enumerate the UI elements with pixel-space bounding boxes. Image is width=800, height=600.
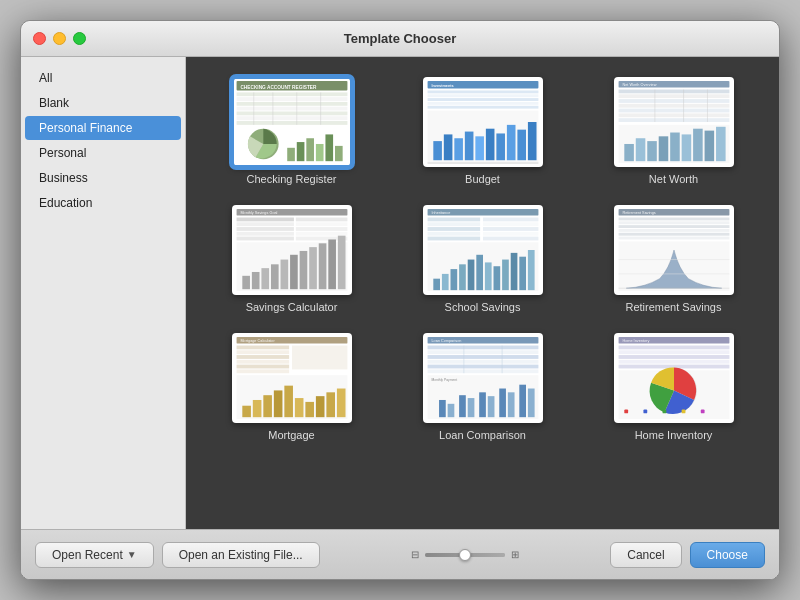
svg-rect-106 <box>459 264 466 290</box>
svg-rect-134 <box>236 355 289 359</box>
template-savings-calculator[interactable]: Monthly Savings Goal <box>206 205 377 313</box>
template-label-net-worth: Net Worth <box>649 173 698 185</box>
template-thumb-retirement-savings[interactable]: Retirement Savings <box>614 205 734 295</box>
svg-rect-63 <box>716 127 726 161</box>
svg-rect-70 <box>295 222 347 226</box>
template-thumb-mortgage[interactable]: Mortgage Calculator <box>232 333 352 423</box>
svg-rect-144 <box>294 398 303 417</box>
template-retirement-savings[interactable]: Retirement Savings <box>588 205 759 313</box>
close-button[interactable] <box>33 32 46 45</box>
open-existing-button[interactable]: Open an Existing File... <box>162 542 320 568</box>
svg-rect-31 <box>443 134 452 160</box>
window-title: Template Chooser <box>344 31 456 46</box>
svg-rect-108 <box>476 255 483 290</box>
svg-rect-59 <box>670 133 680 162</box>
sidebar-item-blank[interactable]: Blank <box>25 91 181 115</box>
svg-rect-88 <box>337 236 345 290</box>
svg-rect-6 <box>236 107 347 111</box>
template-label-checking-register: Checking Register <box>247 173 337 185</box>
template-home-inventory[interactable]: Home Inventory <box>588 333 759 441</box>
zoom-handle[interactable] <box>459 549 471 561</box>
svg-rect-45 <box>618 94 729 98</box>
sidebar-item-personal[interactable]: Personal <box>25 141 181 165</box>
svg-rect-154 <box>427 355 538 359</box>
template-thumb-savings-calculator[interactable]: Monthly Savings Goal <box>232 205 352 295</box>
svg-rect-135 <box>236 360 289 364</box>
svg-rect-25 <box>427 94 538 97</box>
svg-rect-99 <box>483 232 538 236</box>
svg-rect-83 <box>290 255 298 289</box>
svg-rect-136 <box>236 365 289 369</box>
svg-rect-81 <box>270 264 278 289</box>
choose-label: Choose <box>707 548 748 562</box>
svg-rect-68 <box>295 218 347 222</box>
svg-rect-50 <box>618 118 729 122</box>
svg-rect-175 <box>618 346 729 350</box>
svg-rect-143 <box>284 386 293 418</box>
svg-rect-87 <box>328 239 336 289</box>
svg-rect-3 <box>236 92 347 96</box>
svg-rect-104 <box>441 274 448 290</box>
template-loan-comparison[interactable]: Loan Comparison Monthly Payment <box>397 333 568 441</box>
svg-rect-162 <box>439 400 446 417</box>
sidebar-item-education[interactable]: Education <box>25 191 181 215</box>
svg-rect-177 <box>618 355 729 359</box>
open-recent-label: Open Recent <box>52 548 123 562</box>
template-budget[interactable]: Investments <box>397 77 568 185</box>
svg-rect-92 <box>427 218 480 222</box>
template-thumb-checking-register[interactable]: CHECKING ACCOUNT REGISTER <box>232 77 352 167</box>
svg-rect-142 <box>273 390 282 417</box>
svg-rect-145 <box>305 402 314 417</box>
svg-rect-146 <box>315 396 324 417</box>
template-thumb-loan-comparison[interactable]: Loan Comparison Monthly Payment <box>423 333 543 423</box>
template-label-loan-comparison: Loan Comparison <box>439 429 526 441</box>
footer: Open Recent ▼ Open an Existing File... ⊟… <box>21 529 779 579</box>
svg-rect-57 <box>647 141 657 161</box>
sidebar-item-business[interactable]: Business <box>25 166 181 190</box>
sidebar-item-personal-finance[interactable]: Personal Finance <box>25 116 181 140</box>
svg-rect-30 <box>433 141 442 160</box>
sidebar-item-all[interactable]: All <box>25 66 181 90</box>
template-thumb-home-inventory[interactable]: Home Inventory <box>614 333 734 423</box>
maximize-button[interactable] <box>73 32 86 45</box>
template-thumb-net-worth[interactable]: Net Worth Overview <box>614 77 734 167</box>
dropdown-arrow-icon: ▼ <box>127 549 137 560</box>
svg-rect-164 <box>459 395 466 417</box>
zoom-slider[interactable] <box>425 553 505 557</box>
svg-rect-109 <box>484 262 491 290</box>
svg-rect-62 <box>704 131 714 162</box>
template-label-retirement-savings: Retirement Savings <box>626 301 722 313</box>
svg-rect-96 <box>427 227 480 231</box>
template-net-worth[interactable]: Net Worth Overview <box>588 77 759 185</box>
choose-button[interactable]: Choose <box>690 542 765 568</box>
svg-text:Mortgage Calculator: Mortgage Calculator <box>240 339 275 343</box>
cancel-button[interactable]: Cancel <box>610 542 681 568</box>
svg-rect-133 <box>236 350 289 354</box>
svg-rect-9 <box>236 121 347 125</box>
svg-rect-49 <box>618 113 729 117</box>
minimize-button[interactable] <box>53 32 66 45</box>
svg-text:Inheritance: Inheritance <box>431 211 450 215</box>
svg-rect-58 <box>658 136 668 161</box>
template-checking-register[interactable]: CHECKING ACCOUNT REGISTER <box>206 77 377 185</box>
template-school-savings[interactable]: Inheritance <box>397 205 568 313</box>
open-recent-button[interactable]: Open Recent ▼ <box>35 542 154 568</box>
svg-rect-78 <box>242 276 250 289</box>
template-mortgage[interactable]: Mortgage Calculator <box>206 333 377 441</box>
svg-text:Loan Comparison: Loan Comparison <box>431 339 461 343</box>
svg-rect-47 <box>618 104 729 108</box>
template-label-mortgage: Mortgage <box>268 429 314 441</box>
svg-rect-61 <box>693 129 703 161</box>
open-existing-label: Open an Existing File... <box>179 548 303 562</box>
template-thumb-budget[interactable]: Investments <box>423 77 543 167</box>
template-label-savings-calculator: Savings Calculator <box>246 301 338 313</box>
template-label-school-savings: School Savings <box>445 301 521 313</box>
template-thumb-school-savings[interactable]: Inheritance <box>423 205 543 295</box>
svg-rect-98 <box>427 232 480 236</box>
svg-rect-166 <box>479 392 486 417</box>
svg-rect-80 <box>261 268 269 289</box>
svg-rect-176 <box>618 350 729 354</box>
svg-rect-36 <box>496 133 505 160</box>
svg-rect-185 <box>681 410 685 414</box>
svg-rect-74 <box>295 232 347 236</box>
